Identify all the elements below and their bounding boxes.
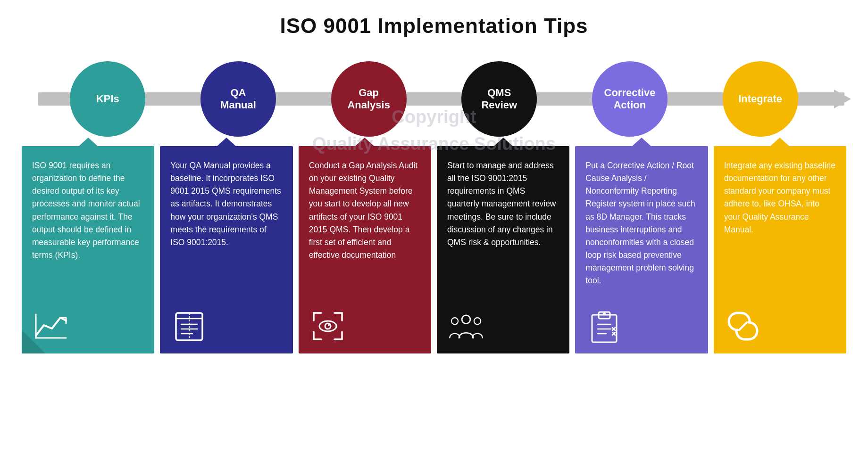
integrate-card-text: Integrate any existing baseline document… xyxy=(724,159,836,299)
integrate-card-icon xyxy=(724,307,836,345)
qa-manual-card: Your QA Manual provides a baseline. It i… xyxy=(160,146,292,353)
corrective-action-card: Put a Corrective Action / Root Cause Ana… xyxy=(575,146,708,353)
kpis-card-text: ISO 9001 requires an organization to def… xyxy=(32,159,144,299)
svg-line-24 xyxy=(739,322,747,330)
circle-integrate-label: Integrate xyxy=(738,93,782,105)
svg-point-8 xyxy=(319,321,336,331)
corrective-action-card-icon xyxy=(585,307,697,345)
gap-analysis-card-icon xyxy=(309,307,421,345)
gap-analysis-card-text: Conduct a Gap Analysis Audit on your exi… xyxy=(309,159,421,299)
circle-item-qa-manual: QA Manual xyxy=(200,61,276,137)
circle-qms-review-label: QMS Review xyxy=(481,87,517,112)
gap-analysis-card: Conduct a Gap Analysis Audit on your exi… xyxy=(299,146,431,353)
circle-corrective-action-label: Corrective Action xyxy=(604,87,656,112)
circle-kpis-label: KPIs xyxy=(96,93,119,105)
qms-review-card: Start to manage and address all the ISO … xyxy=(437,146,569,353)
qa-manual-card-icon xyxy=(170,307,282,345)
circle-item-integrate: Integrate xyxy=(723,61,798,137)
circle-qa-manual: QA Manual xyxy=(200,61,276,137)
circle-qa-manual-label: QA Manual xyxy=(220,87,256,112)
page-title: ISO 9001 Implementation Tips xyxy=(14,14,854,38)
circle-kpis: KPIs xyxy=(70,61,145,137)
eye-scan-icon xyxy=(309,307,347,345)
link-icon xyxy=(724,307,762,345)
cards-row: ISO 9001 requires an organization to def… xyxy=(14,146,854,353)
svg-point-10 xyxy=(328,324,330,326)
checklist-icon xyxy=(585,307,623,345)
circle-corrective-action: Corrective Action xyxy=(592,61,668,137)
teal-triangle-decoration xyxy=(22,330,45,353)
svg-point-9 xyxy=(325,323,331,329)
circle-qms-review: QMS Review xyxy=(461,61,537,137)
book-icon xyxy=(170,307,208,345)
circle-gap-analysis-label: Gap Analysis xyxy=(347,87,390,112)
qms-review-card-icon xyxy=(447,307,559,345)
circle-gap-analysis: Gap Analysis xyxy=(331,61,407,137)
circle-integrate: Integrate xyxy=(723,61,798,137)
integrate-card: Integrate any existing baseline document… xyxy=(714,146,846,353)
circle-item-corrective-action: Corrective Action xyxy=(592,61,668,137)
timeline-row: KPIs QA Manual Gap Analysis QMS Review xyxy=(14,52,854,146)
svg-point-23 xyxy=(603,312,606,315)
circles-container: KPIs QA Manual Gap Analysis QMS Review xyxy=(14,61,854,137)
svg-point-12 xyxy=(451,318,458,324)
kpis-card-icon xyxy=(32,307,144,345)
qms-review-card-text: Start to manage and address all the ISO … xyxy=(447,159,559,299)
qa-manual-card-text: Your QA Manual provides a baseline. It i… xyxy=(170,159,282,299)
kpis-card: ISO 9001 requires an organization to def… xyxy=(22,146,154,353)
corrective-action-card-text: Put a Corrective Action / Root Cause Ana… xyxy=(585,159,697,299)
timeline-section: KPIs QA Manual Gap Analysis QMS Review xyxy=(14,52,854,146)
circle-item-qms-review: QMS Review xyxy=(461,61,537,137)
circle-item-kpis: KPIs xyxy=(70,61,145,137)
people-icon xyxy=(447,307,485,345)
circle-item-gap-analysis: Gap Analysis xyxy=(331,61,407,137)
svg-point-13 xyxy=(474,318,481,324)
svg-point-11 xyxy=(462,315,470,324)
